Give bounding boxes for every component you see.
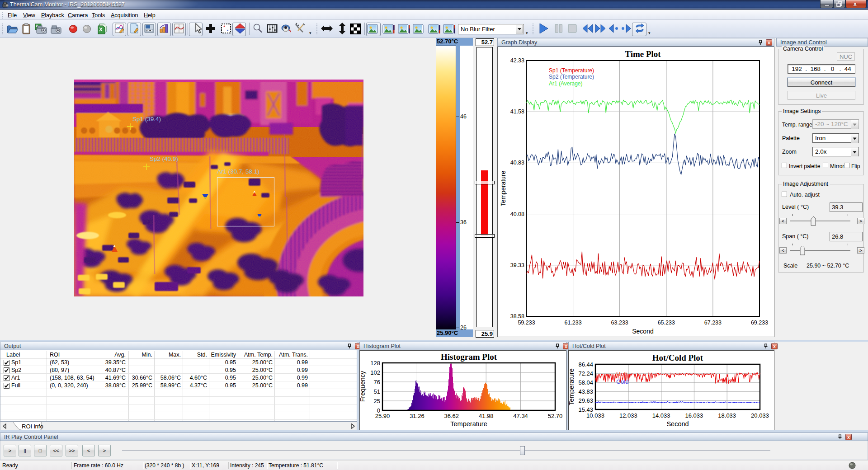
svg-text:14.033: 14.033 xyxy=(652,412,670,419)
svg-text:Temperature: Temperature xyxy=(568,368,575,405)
svg-text:36.62: 36.62 xyxy=(444,413,459,419)
svg-text:41.58: 41.58 xyxy=(510,108,524,115)
svg-text:Temperature: Temperature xyxy=(500,170,507,206)
svg-text:Ar1 (30.7, 58.1): Ar1 (30.7, 58.1) xyxy=(217,168,259,175)
svg-text:38.58: 38.58 xyxy=(510,313,524,320)
svg-text:43.83: 43.83 xyxy=(578,388,593,395)
svg-text:Second: Second xyxy=(632,328,653,335)
svg-text:67.233: 67.233 xyxy=(704,320,722,326)
svg-text:40.83: 40.83 xyxy=(510,160,524,166)
svg-text:Ar1 (Average): Ar1 (Average) xyxy=(549,80,582,87)
svg-text:Sp2 (Temperature): Sp2 (Temperature) xyxy=(549,74,594,80)
svg-text:72.24: 72.24 xyxy=(578,370,593,377)
svg-text:Histogram Plot: Histogram Plot xyxy=(441,352,497,362)
svg-text:Sp2 (40.9): Sp2 (40.9) xyxy=(150,155,178,162)
svg-text:76: 76 xyxy=(374,379,380,385)
svg-text:Sp1 (39.4): Sp1 (39.4) xyxy=(132,116,161,122)
svg-text:25.90: 25.90 xyxy=(375,413,390,419)
svg-text:42.33: 42.33 xyxy=(510,57,524,64)
svg-text:Temperature: Temperature xyxy=(450,420,487,428)
svg-text:40.08: 40.08 xyxy=(510,211,524,217)
svg-text:52.70: 52.70 xyxy=(548,413,563,419)
svg-text:102: 102 xyxy=(370,369,380,376)
svg-text:18.033: 18.033 xyxy=(718,412,736,419)
svg-text:41.98: 41.98 xyxy=(479,413,494,419)
svg-text:65.233: 65.233 xyxy=(658,320,675,326)
svg-text:Sp1 (Temperature): Sp1 (Temperature) xyxy=(549,67,594,74)
svg-text:39.33: 39.33 xyxy=(510,262,524,268)
svg-text:69.233: 69.233 xyxy=(751,320,768,326)
svg-text:Hot/Cold Plot: Hot/Cold Plot xyxy=(652,353,703,362)
svg-text:31.26: 31.26 xyxy=(410,413,425,419)
svg-text:10.033: 10.033 xyxy=(586,412,604,419)
svg-text:25: 25 xyxy=(374,398,380,404)
svg-text:Second: Second xyxy=(666,420,689,428)
svg-text:58.04: 58.04 xyxy=(578,379,593,386)
svg-text:Time Plot: Time Plot xyxy=(625,49,661,59)
svg-text:51: 51 xyxy=(374,388,380,395)
svg-text:61.233: 61.233 xyxy=(564,320,581,326)
svg-text:12.033: 12.033 xyxy=(619,412,637,419)
svg-text:86.44: 86.44 xyxy=(578,361,593,368)
svg-text:Frequency: Frequency xyxy=(359,371,366,402)
svg-text:Hot: Hot xyxy=(616,371,626,377)
svg-text:29.63: 29.63 xyxy=(578,397,593,404)
svg-text:128: 128 xyxy=(370,360,380,367)
svg-text:16.033: 16.033 xyxy=(685,412,703,419)
svg-text:Cold: Cold xyxy=(616,378,629,385)
svg-text:63.233: 63.233 xyxy=(611,320,628,326)
svg-text:47.34: 47.34 xyxy=(513,413,528,419)
svg-text:20.033: 20.033 xyxy=(751,412,769,419)
svg-text:59.233: 59.233 xyxy=(518,320,535,326)
